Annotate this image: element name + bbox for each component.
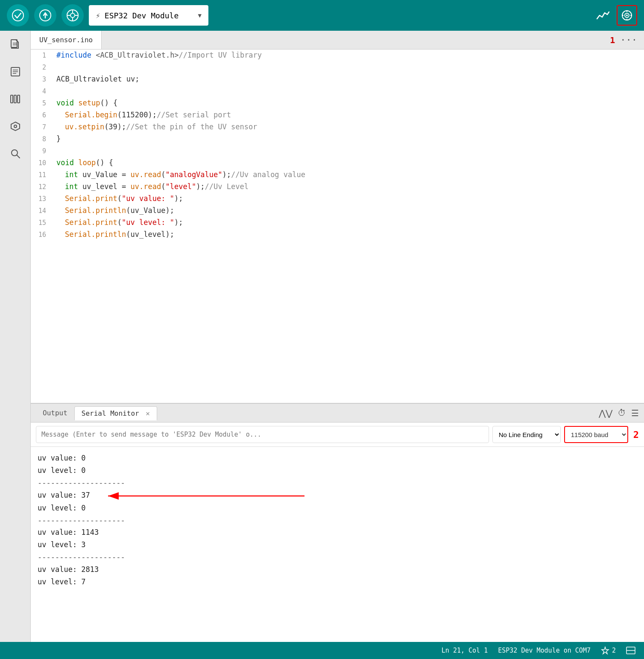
file-tab-name: UV_sensor.ino [39,36,93,44]
code-line-15: 15 Serial.print("uv level: "); [31,217,644,229]
code-editor[interactable]: 1 #include <ACB_Ultraviolet.h>//Import U… [31,50,644,403]
dropdown-arrow: ▼ [198,12,202,19]
bottom-panel: Output Serial Monitor ✕ ⋀⋁ ⏱ ☰ No Line E… [31,403,644,642]
code-line-10: 10 void loop() { [31,157,644,169]
usb-icon: ⚡ [96,11,100,20]
board-selector[interactable]: ⚡ ESP32 Dev Module ▼ [89,5,208,26]
panel-tabs: Output Serial Monitor ✕ ⋀⋁ ⏱ ☰ [31,404,644,423]
code-line-11: 11 int uv_Value = uv.read("analogValue")… [31,169,644,181]
code-line-5: 5 void setup() { [31,97,644,109]
svg-rect-25 [18,95,20,103]
panel-actions: ⋀⋁ ⏱ ☰ [599,408,639,418]
layout-icon [626,647,635,654]
output-separator-3: -------------------- [38,551,637,563]
code-line-7: 7 uv.setpin(39);//Set the pin of the UV … [31,121,644,133]
toolbar-right [596,5,637,26]
line-ending-select[interactable]: No Line Ending Newline Carriage Return B… [492,426,561,443]
panel-menu-button[interactable]: ☰ [631,408,639,418]
svg-rect-16 [11,40,17,47]
code-line-1: 1 #include <ACB_Ultraviolet.h>//Import U… [31,50,644,61]
output-tab-label: Output [43,409,67,417]
file-tab-uv-sensor[interactable]: UV_sensor.ino [31,31,102,49]
serial-input-row: No Line Ending Newline Carriage Return B… [31,423,644,447]
sidebar-item-sketches[interactable] [7,63,24,80]
red-arrow [104,490,309,502]
serial-monitor-tab-close[interactable]: ✕ [146,409,150,417]
sidebar-item-search[interactable] [7,145,24,162]
output-line-uv-value-37: uv value: 37 [38,489,90,502]
serial-monitor-button[interactable] [617,5,637,26]
baud-select[interactable]: 300 baud 1200 baud 2400 baud 4800 baud 9… [564,426,628,443]
notification-icon [601,646,609,655]
code-line-8: 8 } [31,133,644,145]
panel-history-button[interactable]: ⏱ [618,408,626,418]
code-line-9: 9 [31,145,644,157]
board-name: ESP32 Dev Module [105,11,179,20]
serial-message-input[interactable] [36,426,489,443]
panel-collapse-button[interactable]: ⋀⋁ [599,408,612,418]
more-button[interactable]: ··· [620,35,637,45]
arrow-row: uv value: 37 [38,489,637,502]
output-separator-2: -------------------- [38,514,637,527]
code-line-14: 14 Serial.println(uv_Value); [31,205,644,217]
output-line-uv-level-0a: uv level: 0 [38,464,637,477]
svg-line-28 [17,155,20,158]
main-area: UV_sensor.ino 1 ··· 1 #include <ACB_Ultr… [0,31,644,642]
status-layout[interactable] [626,647,635,654]
output-line-uv-level-3: uv level: 3 [38,539,637,551]
svg-rect-24 [14,95,16,103]
output-line-uv-level-7: uv level: 7 [38,576,637,588]
status-bar: Ln 21, Col 1 ESP32 Dev Module on COM7 2 [0,642,644,659]
output-line-uv-value-1143: uv value: 1143 [38,526,637,539]
board-info: ESP32 Dev Module on COM7 [498,647,591,654]
code-line-4: 4 [31,85,644,97]
serial-output[interactable]: uv value: 0 uv level: 0 ----------------… [31,447,644,642]
code-line-16: 16 Serial.println(uv_level); [31,229,644,241]
panel-tab-serial-monitor[interactable]: Serial Monitor ✕ [74,406,157,420]
output-separator-1: -------------------- [38,477,637,489]
serial-plotter-button[interactable] [596,9,610,21]
svg-rect-23 [11,95,13,103]
tabs-right: 1 ··· [610,35,644,45]
annotation-2: 2 [633,429,639,440]
sidebar-item-boards[interactable] [7,118,24,135]
content-area: UV_sensor.ino 1 ··· 1 #include <ACB_Ultr… [31,31,644,642]
cursor-position: Ln 21, Col 1 [442,647,488,654]
serial-monitor-tab-label: Serial Monitor [82,409,139,417]
code-line-2: 2 [31,61,644,73]
status-notifications[interactable]: 2 [601,646,616,655]
notification-count: 2 [612,647,616,654]
sidebar-item-files[interactable] [7,36,24,53]
annotation-1: 1 [610,35,615,45]
upload-button[interactable] [34,4,56,26]
status-position: Ln 21, Col 1 [442,647,488,654]
status-board: ESP32 Dev Module on COM7 [498,647,591,654]
svg-point-11 [626,15,628,16]
output-line-uv-level-0b: uv level: 0 [38,502,637,514]
svg-point-4 [70,13,75,17]
debug-button[interactable] [61,4,84,26]
code-line-6: 6 Serial.begin(115200);//Set serial port [31,109,644,121]
panel-tab-output[interactable]: Output [36,406,74,420]
code-line-3: 3 ACB_Ultraviolet uv; [31,73,644,85]
toolbar: ⚡ ESP32 Dev Module ▼ [0,0,644,31]
svg-point-0 [12,10,23,21]
file-tabs: UV_sensor.ino 1 ··· [31,31,644,50]
code-line-13: 13 Serial.print("uv value: "); [31,193,644,205]
sidebar-item-libraries[interactable] [7,90,24,108]
verify-button[interactable] [7,4,29,26]
left-sidebar [0,31,31,642]
svg-point-26 [14,125,17,128]
output-line-uv-value-0: uv value: 0 [38,452,637,464]
code-line-12: 12 int uv_level = uv.read("level");//Uv … [31,181,644,193]
output-line-uv-value-2813: uv value: 2813 [38,563,637,576]
